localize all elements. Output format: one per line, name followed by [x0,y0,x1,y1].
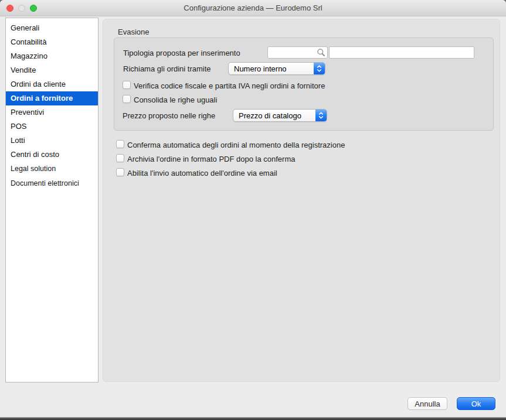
evasione-groupbox: Tipologia proposta per inserimento Richi… [114,37,494,131]
tipologia-code-input[interactable] [269,47,315,58]
sidebar-item-centri-di-costo[interactable]: Centri di costo [6,148,98,162]
consolida-checkbox[interactable] [123,95,131,103]
tipologia-label: Tipologia proposta per inserimento [123,49,240,57]
tipologia-code-lookup-field[interactable] [267,46,328,59]
archivia-pdf-label: Archivia l'ordine in formato PDF dopo la… [127,155,295,163]
configurazione-azienda-window: Configurazione azienda — Eurodemo Srl Ge… [0,0,506,420]
verifica-checkbox[interactable] [123,81,131,89]
ordini-a-fornitore-panel: Evasione Tipologia proposta per inserime… [103,19,500,382]
search-icon [317,48,325,57]
invio-email-label: Abilita l'invio automatico dell'ordine v… [127,169,277,177]
sidebar-item-magazzino[interactable]: Magazzino [6,49,98,63]
prezzo-dropdown-value: Prezzo di catalogo [233,111,315,120]
sidebar-item-lotti[interactable]: Lotti [6,134,98,148]
settings-category-list: Generali Contabilità Magazzino Vendite O… [5,18,99,383]
prezzo-label: Prezzo proposto nelle righe [123,111,215,120]
consolida-checkbox-label: Consolida le righe uguali [134,95,217,104]
sidebar-item-documenti-elettronici[interactable]: Documenti elettronici [6,176,98,191]
sidebar-item-ordini-a-fornitore[interactable]: Ordini a fornitore [6,91,98,105]
richiama-dropdown[interactable]: Numero interno [228,62,325,75]
sidebar-item-generali[interactable]: Generali [6,21,98,35]
conferma-automatica-checkbox[interactable] [116,140,124,148]
sidebar-item-ordini-da-cliente[interactable]: Ordini da cliente [6,77,98,91]
window-title: Configurazione azienda — Eurodemo Srl [0,0,506,16]
conferma-automatica-label: Conferma automatica degli ordini al mome… [127,141,345,149]
richiama-dropdown-value: Numero interno [229,64,314,73]
sidebar-item-pos[interactable]: POS [6,119,98,134]
group-title-evasione: Evasione [118,28,149,36]
ok-button[interactable]: Ok [457,397,495,410]
sidebar-item-vendite[interactable]: Vendite [6,63,98,77]
invio-email-checkbox[interactable] [116,168,124,176]
window-bottom-edge [0,417,506,420]
annulla-button[interactable]: Annulla [407,397,447,410]
chevron-up-down-icon [314,63,325,74]
sidebar-item-preventivi[interactable]: Preventivi [6,105,98,119]
richiama-label: Richiama gli ordini tramite [123,64,211,73]
chevron-up-down-icon [315,110,327,121]
sidebar-item-contabilita[interactable]: Contabilità [6,35,98,49]
tipologia-description-input[interactable] [329,46,474,59]
verifica-checkbox-label: Verifica codice fiscale e partita IVA ne… [134,81,325,90]
sidebar-item-legal-solution[interactable]: Legal solution [6,162,98,176]
archivia-pdf-checkbox[interactable] [116,154,124,162]
prezzo-dropdown[interactable]: Prezzo di catalogo [233,109,327,122]
title-bar[interactable]: Configurazione azienda — Eurodemo Srl [0,0,506,16]
